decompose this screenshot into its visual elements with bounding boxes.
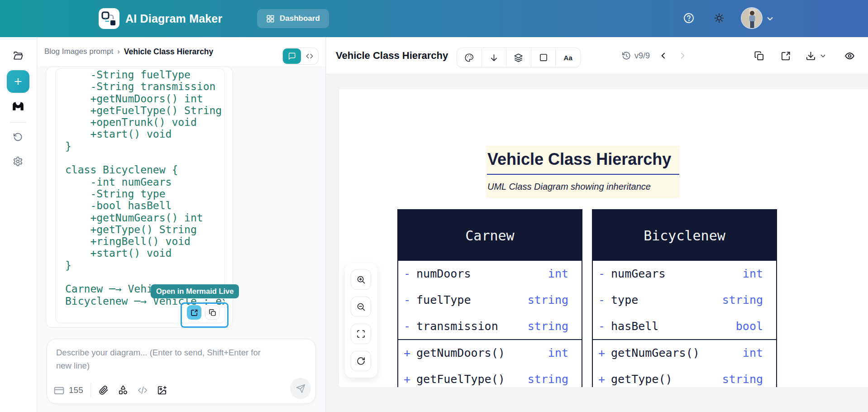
help-icon[interactable] <box>683 12 695 24</box>
app-logo-icon[interactable] <box>99 8 119 29</box>
diagram-panel-header: Vehicle Class Hierarchy <box>326 37 868 74</box>
app-window: AI Diagram Maker Dashboard <box>0 0 868 412</box>
grid-icon <box>266 14 275 23</box>
duplicate-button[interactable] <box>754 37 764 74</box>
version-next-button[interactable] <box>678 37 687 74</box>
uml-member-row: +getFuelType()string <box>398 366 582 387</box>
open-in-mermaid-live-button[interactable] <box>187 305 201 320</box>
refresh-button[interactable] <box>351 351 371 371</box>
breadcrumb-separator: › <box>117 47 120 56</box>
avatar[interactable] <box>742 8 762 28</box>
diagram-note-title-block: Vehicle Class Hierarchy UML Class Diagra… <box>486 146 680 198</box>
download-icon <box>806 51 816 61</box>
version-prev-button[interactable] <box>659 37 668 74</box>
open-external-button[interactable] <box>781 37 791 74</box>
frame-button[interactable] <box>531 48 556 67</box>
chat-input[interactable]: Describe your diagram... (Enter to send,… <box>47 339 316 404</box>
credits-count: 155 <box>69 385 83 395</box>
version-history-icon[interactable] <box>621 51 631 61</box>
zoom-in-icon <box>356 275 366 284</box>
chat-mode-button[interactable] <box>283 48 301 64</box>
history-icon[interactable] <box>13 132 24 143</box>
copy-icon <box>209 309 216 316</box>
download-button[interactable] <box>806 37 816 74</box>
chat-bubble-icon <box>288 52 296 60</box>
preview-button[interactable] <box>844 37 855 74</box>
breadcrumb: Blog Images prompt › Vehicle Class Hiera… <box>44 37 213 66</box>
zoom-controls <box>345 263 377 378</box>
uml-class-box-carnew[interactable]: Carnew -numDoorsint-fuelTypestring-trans… <box>397 209 582 387</box>
diagram-panel: Vehicle Class Hierarchy <box>326 37 868 412</box>
refresh-icon <box>356 356 366 366</box>
chat-input-placeholder: Describe your diagram... (Enter to send,… <box>56 346 273 372</box>
diagram-title: Vehicle Class Hierarchy <box>336 37 448 74</box>
breadcrumb-bar: Blog Images prompt › Vehicle Class Hiera… <box>38 37 325 66</box>
title-underline <box>487 174 679 175</box>
left-icon-sidebar <box>0 37 37 412</box>
app-title: AI Diagram Maker <box>125 0 222 37</box>
uml-member-row: -numGearsint <box>593 261 776 287</box>
top-navbar: AI Diagram Maker Dashboard <box>0 0 868 37</box>
chat-panel: Blog Images prompt › Vehicle Class Hiera… <box>38 37 326 412</box>
uml-member-row: +getType()string <box>593 366 776 387</box>
zoom-out-icon <box>356 302 366 311</box>
uml-diagram-subtitle: UML Class Diagram showing inheritance <box>487 182 651 192</box>
shapes-icon[interactable] <box>118 385 128 395</box>
open-mermaid-live-tooltip: Open in Mermaid Live <box>151 284 239 298</box>
mermaid-code[interactable]: -String fuelType -String transmission +g… <box>56 69 224 307</box>
zoom-out-button[interactable] <box>351 297 371 317</box>
diagram-canvas[interactable]: Vehicle Class Hierarchy UML Class Diagra… <box>326 74 868 412</box>
eye-icon <box>844 51 855 61</box>
external-link-icon <box>191 309 198 316</box>
user-menu-chevron-icon[interactable] <box>766 15 778 27</box>
version-control: v9/9 <box>621 37 650 74</box>
breadcrumb-parent[interactable]: Blog Images prompt <box>44 47 113 56</box>
dashboard-button[interactable]: Dashboard <box>257 9 329 28</box>
theme-toggle-icon[interactable] <box>713 12 725 24</box>
layers-icon <box>514 53 523 62</box>
settings-gear-icon[interactable] <box>13 156 24 167</box>
uml-member-row: -transmissionstring <box>398 313 582 339</box>
fit-view-button[interactable] <box>351 324 371 344</box>
input-toolbar-divider <box>91 383 91 398</box>
credits-card-icon <box>53 385 65 396</box>
uml-member-row: +getNumGears()int <box>593 340 776 366</box>
direction-button[interactable] <box>482 48 506 67</box>
square-icon <box>539 53 548 62</box>
projects-folder-icon[interactable] <box>13 50 24 61</box>
input-toolbar: 155 <box>53 383 176 398</box>
diagram-toolbar: Aa <box>457 48 581 67</box>
code-icon <box>305 52 314 60</box>
arrow-down-icon <box>489 53 499 62</box>
uml-class-name: Bicyclenew <box>593 210 776 261</box>
assistant-message-card: -String fuelType -String transmission +g… <box>46 67 233 328</box>
code-mode-button[interactable] <box>301 52 318 60</box>
send-button[interactable] <box>290 378 311 399</box>
image-plus-icon[interactable] <box>157 385 167 395</box>
fit-view-icon <box>356 329 366 339</box>
copy-code-button[interactable] <box>205 305 219 320</box>
uml-member-row: -hasBellbool <box>593 313 776 339</box>
font-button[interactable]: Aa <box>555 48 580 67</box>
uml-member-row: +getNumDoors()int <box>398 340 582 366</box>
layers-button[interactable] <box>506 48 531 67</box>
new-diagram-button[interactable] <box>7 70 29 93</box>
external-link-icon <box>781 51 791 61</box>
font-aa-label: Aa <box>564 54 572 62</box>
version-label: v9/9 <box>634 51 650 61</box>
copy-icon <box>754 51 764 61</box>
download-options-chevron-icon[interactable] <box>820 37 826 74</box>
mermaid-icon[interactable] <box>12 100 23 111</box>
palette-icon <box>464 53 474 62</box>
dashboard-label: Dashboard <box>280 14 320 23</box>
diagram-surface: Vehicle Class Hierarchy UML Class Diagra… <box>339 89 868 387</box>
breadcrumb-current: Vehicle Class Hierarchy <box>124 47 213 57</box>
theme-palette-button[interactable] <box>457 48 482 67</box>
insert-code-icon[interactable] <box>138 385 148 395</box>
chat-code-toggle <box>282 48 319 65</box>
attach-file-icon[interactable] <box>99 385 109 395</box>
send-icon <box>296 384 305 393</box>
uml-member-row: -numDoorsint <box>398 261 582 287</box>
uml-class-box-bicyclenew[interactable]: Bicyclenew -numGearsint-typestring-hasBe… <box>592 209 777 387</box>
zoom-in-button[interactable] <box>351 269 371 290</box>
